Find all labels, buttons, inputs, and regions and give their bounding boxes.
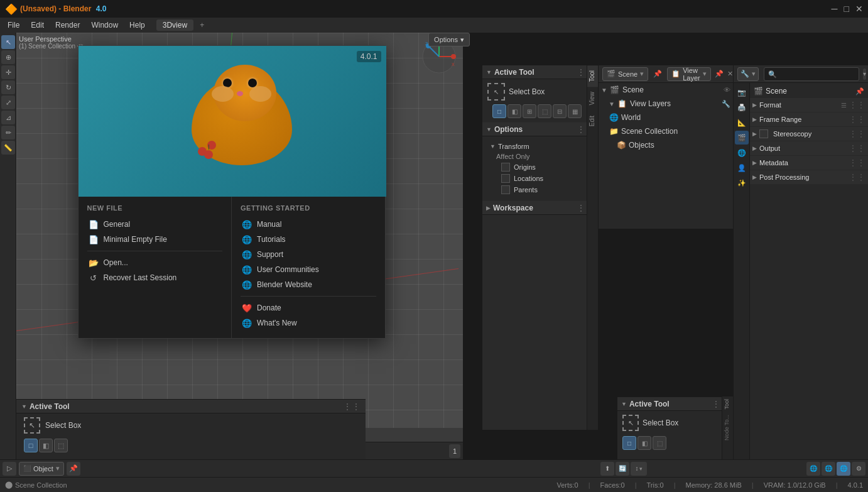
post-processing-section-header[interactable]: ▶ Post Processing ⋮⋮ [750,170,868,184]
modifiers-props-icon[interactable]: ✨ [735,176,749,190]
tool-icon-5[interactable]: ▦ [568,104,582,118]
workspace-header[interactable]: ▶ Workspace ⋮⋮ [482,201,598,215]
tool-icon-2[interactable]: ⊞ [523,104,536,118]
statusbar-left: ⬤ Scene Collection [5,481,67,489]
object-props-icon[interactable]: 👤 [735,161,749,175]
scene-visibility-icon[interactable]: 👁 [724,86,730,94]
lower-tool-icon-0[interactable]: □ [622,436,636,450]
view-layer-dropdown[interactable]: 📋 View Layer ▾ [667,67,711,81]
statusbar-sep2: | [635,481,637,489]
outliner-scenecollection-row[interactable]: 📁 Scene Collection [599,124,733,138]
bottom-tool-icon-1[interactable]: ◧ [39,439,53,452]
locations-label: Locations [514,175,543,182]
splash-whatsnew-link[interactable]: 🌐 What's New [241,315,376,331]
menu-help[interactable]: Help [124,19,150,31]
output-section-header[interactable]: ▶ Output ⋮⋮ [750,141,868,155]
stereoscopy-section-header[interactable]: ▶ Stereoscopy ⋮⋮ [750,127,868,141]
3d-viewport[interactable]: ↖ ⊕ ✛ ↻ ⤢ ⊿ ✏ 📏 User Perspective (1) Sce… [0,33,463,459]
splash-website-link[interactable]: 🌐 Blender Website [241,277,376,292]
tab-3dview[interactable]: 3Dview [156,19,193,31]
lower-active-tool-header[interactable]: ▼ Active Tool ⋮⋮ [617,397,733,411]
splash-support-link[interactable]: 🌐 Support [241,247,376,262]
outliner-scene-row[interactable]: ▼ 🎬 Scene 👁 [599,83,733,97]
lr-btn-3[interactable]: ↕ ▾ [631,462,647,476]
props-filter-button[interactable]: ▾ [863,68,866,80]
scene-props-icon[interactable]: 🎬 [735,131,749,145]
props-pin-icon[interactable]: 📌 [855,87,864,96]
frame-range-section-header[interactable]: ▶ Frame Range ⋮⋮ [750,112,868,126]
format-section-header[interactable]: ▶ Format ☰ ⋮⋮ [750,98,868,112]
tool-icon-3[interactable]: ⬚ [538,104,551,118]
metadata-section-header[interactable]: ▶ Metadata ⋮⋮ [750,156,868,170]
sidebar-tab-view[interactable]: View [587,87,598,111]
view-layer-close-icon[interactable]: ✕ [727,70,733,78]
splash-manual-link[interactable]: 🌐 Manual [241,217,376,232]
scene-dropdown[interactable]: 🎬 Scene ▾ [602,67,648,81]
menu-window[interactable]: Window [86,19,123,31]
lower-vp-object-type[interactable]: ⬛ Object ▾ [19,462,64,476]
world-props-icon[interactable]: 🌐 [735,146,749,160]
splash-open-link[interactable]: 📂 Open... [87,255,223,270]
bottom-tool-icon-0[interactable]: □ [24,439,38,452]
lr-btn-1[interactable]: ⬆ [600,462,614,476]
menu-file[interactable]: File [3,19,24,31]
frame-number[interactable]: 1 [449,444,460,458]
lower-vp-mode-icon[interactable]: ▷ [3,462,16,476]
splash-donate-link[interactable]: ❤️ Donate [241,300,376,315]
tool-icon-1[interactable]: ◧ [507,104,521,118]
outliner-world-row[interactable]: 🌐 World [599,111,733,124]
lr-scene-btn[interactable]: 🌐 [822,462,835,476]
lower-tool-icon-2[interactable]: ⬚ [653,436,666,450]
menu-render[interactable]: Render [50,19,85,31]
stereoscopy-checkbox[interactable] [759,129,768,138]
bottom-tool-icon-2[interactable]: ⬚ [54,439,68,452]
active-tool-header[interactable]: ▼ Active Tool ⋮⋮ [482,65,598,79]
stereoscopy-dots-icon: ⋮⋮ [849,129,865,138]
transform-arrow-icon: ▼ [490,143,496,150]
lr-btn-2[interactable]: 🔄 [616,462,629,476]
props-editor-type-dropdown[interactable]: 🔧 ▾ [737,67,759,81]
transform-header[interactable]: ▼ Transform [487,140,593,153]
minimize-button[interactable]: ─ [832,4,838,14]
maximize-button[interactable]: □ [844,4,849,14]
lower-pin-icon[interactable]: 📌 [67,462,80,476]
close-button[interactable]: ✕ [855,4,863,14]
view-layer-pin-icon[interactable]: 📌 [715,70,724,78]
locations-checkbox[interactable] [501,174,510,183]
output-props-icon[interactable]: 🖨️ [735,101,749,114]
lower-tab-tool[interactable]: Tool [722,396,733,412]
splash-communities-link[interactable]: 🌐 User Communities [241,262,376,277]
lower-select-box-label: Select Box [643,418,678,427]
scene-pin-icon[interactable]: 📌 [653,70,662,78]
lower-tab-node[interactable]: Node To... [722,412,733,443]
tool-icon-4[interactable]: ⊟ [553,104,567,118]
tool-icon-0[interactable]: □ [492,104,506,118]
outliner-objects-row[interactable]: 📦 Objects [599,138,733,152]
tab-add[interactable]: + [195,19,209,31]
select-box-row: ↖ Select Box [487,83,593,101]
splash-general-link[interactable]: 📄 General [87,217,223,232]
window-controls[interactable]: ─ □ ✕ [832,4,863,14]
statusbar-sep1: | [589,481,590,489]
parents-checkbox[interactable] [501,185,510,194]
props-search-input[interactable] [764,67,859,81]
statusbar-tris: Tris:0 [647,481,664,489]
splash-tutorials-link[interactable]: 🌐 Tutorials [241,232,376,247]
outliner-tree: ▼ 🎬 Scene 👁 ▼ 📋 View Layers 🔧 🌐 World 📁 … [599,83,733,229]
outliner-panel: 🎬 Scene ▾ 📌 📋 View Layer ▾ 📌 ✕ ▼ 🎬 [598,65,733,229]
lr-render-btn[interactable]: 🌐 [837,462,850,476]
lr-extra-btn[interactable]: ⚙ [852,462,865,476]
splash-recover-link[interactable]: ↺ Recover Last Session [87,270,223,285]
render-props-icon[interactable]: 📷 [735,85,749,99]
menu-edit[interactable]: Edit [26,19,49,31]
sidebar-tab-tool[interactable]: Tool [587,65,598,87]
splash-minimal-link[interactable]: 📄 Minimal Empty File [87,232,223,247]
origins-checkbox[interactable] [501,163,510,172]
lr-global-btn[interactable]: 🌐 [806,462,820,476]
lower-tool-icon-1[interactable]: ◧ [637,436,651,450]
outliner-viewlayers-row[interactable]: ▼ 📋 View Layers 🔧 [599,97,733,111]
sidebar-tab-edit[interactable]: Edit [587,111,598,131]
parents-row: Parents [492,185,593,194]
options-header[interactable]: ▼ Options ⋮⋮ [482,123,598,136]
view-layer-props-icon[interactable]: 📐 [735,116,749,129]
